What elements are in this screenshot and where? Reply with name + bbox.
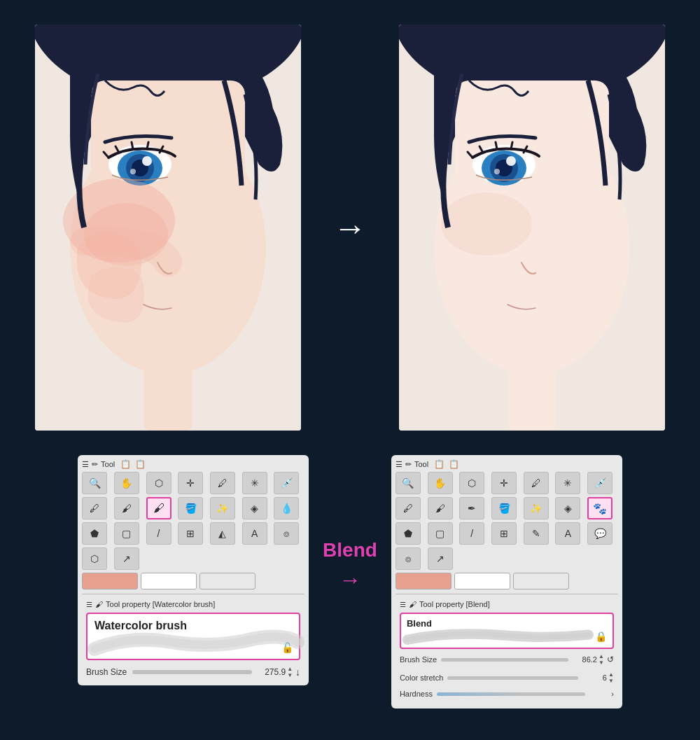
svg-point-22 (494, 169, 500, 174)
tab-icon-1[interactable]: 📋 (120, 459, 131, 469)
right-tool-panel: ☰ ✏ Tool 📋 📋 🔍 ✋ ⬡ ✛ 🖊 ✳ 💉 🖋 🖌 ✒ (391, 455, 622, 708)
sparkle-tool-r[interactable]: ✨ (524, 497, 549, 519)
transform-tool[interactable]: ⬡ (146, 472, 172, 494)
pen-tool-2[interactable]: 🖋 (82, 497, 107, 519)
move-tool[interactable]: ✛ (178, 472, 203, 494)
eraser-tool[interactable]: ◈ (242, 497, 267, 519)
grid-tool[interactable]: ⊞ (178, 522, 203, 545)
tool-grid-left-2: 🖋 🖌 🖌 🪣 ✨ ◈ 💧 (82, 497, 304, 519)
brush-size-label-right: Brush Size (400, 655, 437, 664)
sparkle-tool[interactable]: ✨ (210, 497, 235, 519)
transparency-swatch-right[interactable] (513, 573, 569, 589)
brush-size-value-right: 86.2 (573, 655, 597, 664)
eyedropper-tool[interactable]: 💉 (274, 472, 299, 494)
line-tool-r[interactable]: / (459, 522, 484, 545)
tool-property-panel-left: ☰ 🖌 Tool property [Watercolor brush] Wat… (82, 597, 304, 681)
lasso-r[interactable]: ⌾ (396, 547, 421, 570)
brush-size-label-left: Brush Size (86, 667, 127, 677)
size-step-arrows-right[interactable]: ▲▼ (598, 653, 604, 666)
left-artwork-panel (35, 25, 301, 431)
blend-tool-active[interactable]: 🐾 (587, 497, 612, 519)
pointer-tool[interactable]: ↗ (114, 547, 139, 570)
tool-grid-right-2: 🖋 🖌 ✒ 🪣 ✨ ◈ 🐾 (396, 497, 618, 519)
divider-right (396, 594, 618, 594)
lock-icon-right[interactable]: 🔒 (595, 631, 607, 642)
eraser-tool-r[interactable]: ◈ (555, 497, 580, 519)
zoom-tool[interactable]: 🔍 (82, 472, 107, 494)
pen-tool-r[interactable]: 🖊 (524, 472, 549, 494)
hardness-slider[interactable] (437, 692, 585, 696)
background-color-right[interactable] (454, 573, 510, 589)
triangle-tool[interactable]: ◭ (210, 522, 235, 545)
gradient-tool-r[interactable]: ⬟ (396, 522, 421, 545)
rect-fill-r[interactable]: ▢ (428, 522, 453, 545)
grid-tool-r[interactable]: ⊞ (491, 522, 517, 545)
star-tool[interactable]: ✳ (242, 472, 267, 494)
edit-tool-r[interactable]: ✎ (524, 522, 549, 545)
fill-tool[interactable]: 🪣 (178, 497, 203, 519)
pointer-r[interactable]: ↗ (428, 547, 453, 570)
color-row-left (82, 573, 304, 589)
pen-nib-r[interactable]: ✒ (459, 497, 484, 519)
tab-icon-r2[interactable]: 📋 (449, 459, 459, 469)
lock-icon-left[interactable]: 🔓 (281, 642, 293, 653)
arrow-icon: → (333, 209, 367, 247)
pencil-icon-left: ✏ (92, 460, 98, 469)
tab-icon-r1[interactable]: 📋 (434, 459, 444, 469)
brush-icon-prop-left: 🖌 (95, 600, 103, 608)
pan-tool[interactable]: ✋ (114, 472, 139, 494)
color-stretch-label: Color stretch (400, 673, 443, 682)
property-header-left: ☰ 🖌 Tool property [Watercolor brush] (86, 600, 300, 608)
water-tool[interactable]: 💧 (274, 497, 299, 519)
fill-tool-r[interactable]: 🪣 (491, 497, 517, 519)
speech-tool-r[interactable]: 💬 (587, 522, 612, 545)
pen-tool-r2[interactable]: 🖋 (396, 497, 421, 519)
foreground-color-right[interactable] (396, 573, 451, 589)
tool-grid-left-4: ⬡ ↗ (82, 547, 304, 570)
color-stretch-slider[interactable] (447, 676, 578, 680)
foreground-color-left[interactable] (82, 573, 138, 589)
watercolor-tool-active[interactable]: 🖌 (146, 497, 172, 519)
brush-size-slider-right[interactable] (441, 658, 568, 662)
shape-tool[interactable]: ⬟ (82, 522, 107, 545)
refresh-icon-right[interactable]: ↺ (607, 655, 614, 664)
color-row-right (396, 573, 618, 589)
brush-tool-r[interactable]: 🖌 (428, 497, 453, 519)
line-tool[interactable]: / (146, 522, 172, 545)
transparency-swatch-left[interactable] (200, 573, 255, 589)
svg-point-8 (142, 156, 152, 166)
background-color-left[interactable] (141, 573, 197, 589)
move-tool-r[interactable]: ✛ (491, 472, 517, 494)
menu-icon-prop-right: ☰ (400, 601, 406, 608)
rect-tool[interactable]: ▢ (114, 522, 139, 545)
download-icon-left[interactable]: ↓ (295, 666, 300, 678)
lasso-tool[interactable]: ⌾ (274, 522, 299, 545)
brush-tool[interactable]: 🖌 (114, 497, 139, 519)
eyedropper-tool-r[interactable]: 💉 (587, 472, 612, 494)
zoom-tool-r[interactable]: 🔍 (396, 472, 421, 494)
pan-tool-r[interactable]: ✋ (428, 472, 453, 494)
transform-tool-r[interactable]: ⬡ (459, 472, 484, 494)
before-after-arrow: → (329, 209, 371, 247)
property-title-right: Tool property [Blend] (419, 600, 490, 608)
color-stretch-value: 6 (582, 673, 607, 682)
star-tool-r[interactable]: ✳ (555, 472, 580, 494)
menu-icon-prop-left: ☰ (86, 601, 92, 608)
menu-icon-left: ☰ (82, 460, 89, 469)
size-step-arrows-left[interactable]: ▲▼ (287, 666, 293, 678)
pencil-icon-right: ✏ (405, 460, 412, 469)
hardness-chevron[interactable]: › (589, 690, 614, 698)
polygon-tool[interactable]: ⬡ (82, 547, 107, 570)
page-container: → (0, 0, 700, 740)
text-tool[interactable]: A (242, 522, 267, 545)
text-tool-r[interactable]: A (555, 522, 580, 545)
ui-section: ☰ ✏ Tool 📋 📋 🔍 ✋ ⬡ ✛ 🖊 ✳ 💉 🖋 🖌 🖌 (0, 448, 700, 740)
tool-grid-left-3: ⬟ ▢ / ⊞ ◭ A ⌾ (82, 522, 304, 545)
color-stretch-arrows[interactable]: ▲▼ (608, 671, 614, 684)
tool-grid-right-3: ⬟ ▢ / ⊞ ✎ A 💬 (396, 522, 618, 545)
pen-tool[interactable]: 🖊 (210, 472, 235, 494)
color-stretch-row: Color stretch 6 ▲▼ (400, 671, 614, 684)
tab-icon-2[interactable]: 📋 (135, 459, 146, 469)
brush-size-slider-left[interactable] (132, 670, 252, 674)
tool-grid-left: 🔍 ✋ ⬡ ✛ 🖊 ✳ 💉 (82, 472, 304, 494)
